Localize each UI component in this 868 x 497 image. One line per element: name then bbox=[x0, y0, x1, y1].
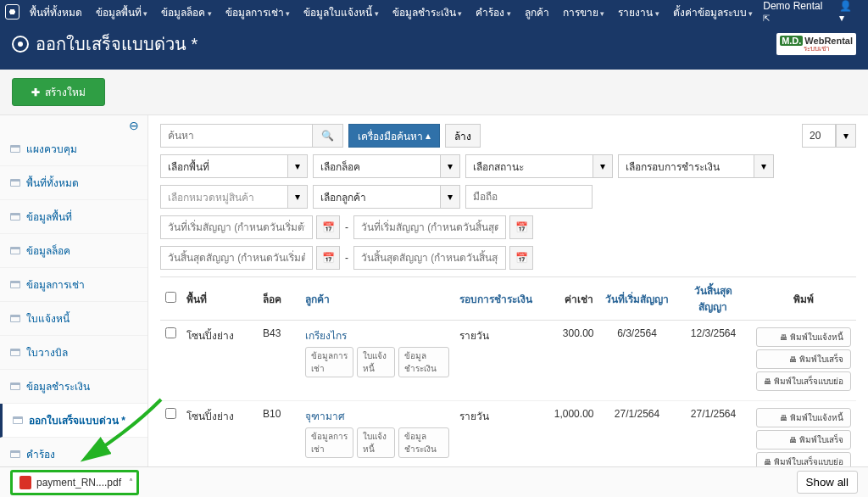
search-button[interactable]: 🔍 bbox=[313, 124, 343, 148]
plus-icon: ✚ bbox=[31, 87, 40, 98]
col-lock: ล็อค bbox=[258, 277, 300, 321]
new-button[interactable]: ✚ สร้างใหม่ bbox=[12, 78, 105, 106]
brand-logo: M.D.WebRental ระบบเช่า bbox=[776, 33, 856, 56]
folder-icon bbox=[10, 179, 20, 187]
folder-icon bbox=[10, 315, 20, 322]
filter-category[interactable]: เลือกหมวดหมู่สินค้า bbox=[160, 185, 287, 209]
title-bar: ออกใบเสร็จแบบด่วน * M.D.WebRental ระบบเช… bbox=[0, 24, 868, 70]
page-icon bbox=[12, 36, 29, 53]
nav-item-area-all[interactable]: พื้นที่ทั้งหมด bbox=[25, 1, 87, 24]
sidebar-item-dashboard[interactable]: แผงควบคุม bbox=[0, 132, 147, 166]
sidebar-item-rental-data[interactable]: ข้อมูลการเช่า bbox=[0, 268, 147, 302]
toolbar: ✚ สร้างใหม่ bbox=[0, 70, 868, 115]
sidebar-item-quick-receipt[interactable]: ออกใบเสร็จแบบด่วน * bbox=[0, 404, 147, 438]
row-checkbox[interactable] bbox=[165, 408, 176, 419]
folder-icon bbox=[10, 281, 20, 288]
tag-invoice[interactable]: ใบแจ้งหนี้ bbox=[357, 427, 395, 458]
sidebar-item-area-data[interactable]: ข้อมูลพื้นที่ bbox=[0, 200, 147, 234]
customer-link[interactable]: จุฑามาศ bbox=[305, 410, 345, 422]
folder-icon bbox=[10, 349, 20, 356]
sidebar-collapse-icon[interactable]: ⊖ bbox=[0, 115, 147, 132]
filter-phone[interactable] bbox=[465, 185, 593, 209]
nav-menu: พื้นที่ทั้งหมด ข้อมูลพื้นที่ ข้อมูลล็อค … bbox=[25, 1, 759, 24]
calendar-icon[interactable]: 📅 bbox=[316, 215, 340, 239]
customer-link[interactable]: เกรียงไกร bbox=[305, 330, 347, 342]
col-round[interactable]: รอบการชำระเงิน bbox=[454, 277, 539, 321]
nav-item-request[interactable]: คำร้อง bbox=[470, 1, 516, 24]
nav-item-report[interactable]: รายงาน bbox=[613, 1, 665, 24]
caret-icon[interactable]: ▾ bbox=[593, 154, 613, 178]
nav-item-rental-data[interactable]: ข้อมูลการเช่า bbox=[220, 1, 296, 24]
top-nav: พื้นที่ทั้งหมด ข้อมูลพื้นที่ ข้อมูลล็อค … bbox=[0, 0, 868, 24]
folder-icon bbox=[13, 416, 23, 424]
caret-icon[interactable]: ▾ bbox=[287, 185, 308, 209]
col-start[interactable]: วันที่เริ่มสัญญา bbox=[598, 277, 675, 321]
print-invoice-button[interactable]: พิมพ์ใบแจ้งหนี้ bbox=[756, 327, 851, 347]
clear-button[interactable]: ล้าง bbox=[445, 124, 481, 148]
filter-start-from[interactable] bbox=[160, 215, 313, 239]
nav-item-customer[interactable]: ลูกค้า bbox=[520, 1, 554, 24]
col-customer[interactable]: ลูกค้า bbox=[300, 277, 454, 321]
caret-icon[interactable]: ▾ bbox=[287, 154, 308, 178]
filter-area[interactable]: เลือกพื้นที่ bbox=[160, 154, 287, 178]
folder-icon bbox=[10, 213, 20, 221]
folder-icon bbox=[10, 383, 20, 390]
download-chip[interactable]: payment_RN....pdf ˄ bbox=[10, 470, 139, 495]
sidebar-item-payment-data[interactable]: ข้อมูลชำระเงิน bbox=[0, 370, 147, 404]
pagesize-select[interactable]: 20 bbox=[802, 124, 836, 148]
user-menu[interactable]: 👤 ▾ bbox=[834, 0, 863, 27]
sidebar-item-invoice[interactable]: ใบแจ้งหนี้ bbox=[0, 302, 147, 336]
print-receipt-button[interactable]: พิมพ์ใบเสร็จ bbox=[756, 430, 851, 450]
show-all-button[interactable]: Show all bbox=[797, 471, 858, 494]
search-input[interactable] bbox=[160, 124, 313, 148]
nav-item-invoice-data[interactable]: ข้อมูลใบแจ้งหนี้ bbox=[298, 1, 384, 24]
nav-item-sales[interactable]: การขาย bbox=[558, 1, 610, 24]
search-icon: 🔍 bbox=[321, 130, 334, 142]
print-invoice-button[interactable]: พิมพ์ใบแจ้งหนี้ bbox=[756, 408, 851, 427]
print-short-receipt-button[interactable]: พิมพ์ใบเสร็จแบบย่อ bbox=[756, 371, 851, 391]
col-end[interactable]: วันสิ้นสุดสัญญา bbox=[675, 277, 751, 321]
col-rent: ค่าเช่า bbox=[539, 277, 598, 321]
filter-status[interactable]: เลือกสถานะ bbox=[465, 154, 593, 178]
nav-item-settings[interactable]: ตั้งค่าข้อมูลระบบ bbox=[668, 1, 759, 24]
pagesize-caret[interactable]: ▾ bbox=[836, 124, 856, 148]
select-all-checkbox[interactable] bbox=[165, 292, 176, 303]
nav-item-area-data[interactable]: ข้อมูลพื้นที่ bbox=[91, 1, 153, 24]
filter-round[interactable]: เลือกรอบการชำระเงิน bbox=[618, 154, 754, 178]
tag-rent-info[interactable]: ข้อมูลการเช่า bbox=[305, 427, 353, 458]
filter-end-to[interactable] bbox=[353, 246, 506, 270]
tag-rent-info[interactable]: ข้อมูลการเช่า bbox=[305, 347, 353, 377]
filter-lock[interactable]: เลือกล็อค bbox=[313, 154, 440, 178]
sidebar-item-lock-data[interactable]: ข้อมูลล็อค bbox=[0, 234, 147, 268]
chevron-up-icon[interactable]: ˄ bbox=[129, 477, 133, 487]
pdf-icon bbox=[19, 476, 31, 489]
folder-icon bbox=[10, 450, 20, 458]
caret-icon[interactable]: ▾ bbox=[754, 154, 774, 178]
table-row: โซนปิ้งย่าง B43 เกรียงไกร ข้อมูลการเช่า … bbox=[160, 321, 856, 401]
print-receipt-button[interactable]: พิมพ์ใบเสร็จ bbox=[756, 349, 851, 369]
tag-invoice[interactable]: ใบแจ้งหนี้ bbox=[357, 347, 395, 377]
caret-icon[interactable]: ▾ bbox=[440, 154, 460, 178]
results-table: พื้นที่ ล็อค ลูกค้า รอบการชำระเงิน ค่าเช… bbox=[160, 276, 856, 475]
nav-item-lock-data[interactable]: ข้อมูลล็อค bbox=[156, 1, 217, 24]
tag-payment[interactable]: ข้อมูลชำระเงิน bbox=[398, 427, 450, 458]
row-checkbox[interactable] bbox=[165, 327, 176, 338]
sidebar-item-area-all[interactable]: พื้นที่ทั้งหมด bbox=[0, 166, 147, 200]
filter-customer[interactable]: เลือกลูกค้า bbox=[313, 185, 440, 209]
folder-icon bbox=[10, 145, 20, 153]
joomla-icon[interactable] bbox=[5, 4, 19, 20]
sidebar-item-billing[interactable]: ใบวางบิล bbox=[0, 336, 147, 370]
calendar-icon[interactable]: 📅 bbox=[509, 246, 533, 270]
table-row: โซนปิ้งย่าง B10 จุฑามาศ ข้อมูลการเช่า ใบ… bbox=[160, 401, 856, 476]
caret-icon[interactable]: ▾ bbox=[440, 185, 460, 209]
search-tools-button[interactable]: เครื่องมือค้นหา ▴ bbox=[348, 124, 440, 148]
site-link[interactable]: Demo Rental bbox=[758, 0, 829, 27]
calendar-icon[interactable]: 📅 bbox=[316, 246, 340, 270]
filter-end-from[interactable] bbox=[160, 246, 313, 270]
calendar-icon[interactable]: 📅 bbox=[509, 215, 533, 239]
sidebar: ⊖ แผงควบคุม พื้นที่ทั้งหมด ข้อมูลพื้นที่… bbox=[0, 115, 148, 475]
col-area[interactable]: พื้นที่ bbox=[181, 277, 258, 321]
filter-start-to[interactable] bbox=[353, 215, 506, 239]
tag-payment[interactable]: ข้อมูลชำระเงิน bbox=[398, 347, 450, 377]
nav-item-payment-data[interactable]: ข้อมูลชำระเงิน bbox=[387, 1, 468, 24]
